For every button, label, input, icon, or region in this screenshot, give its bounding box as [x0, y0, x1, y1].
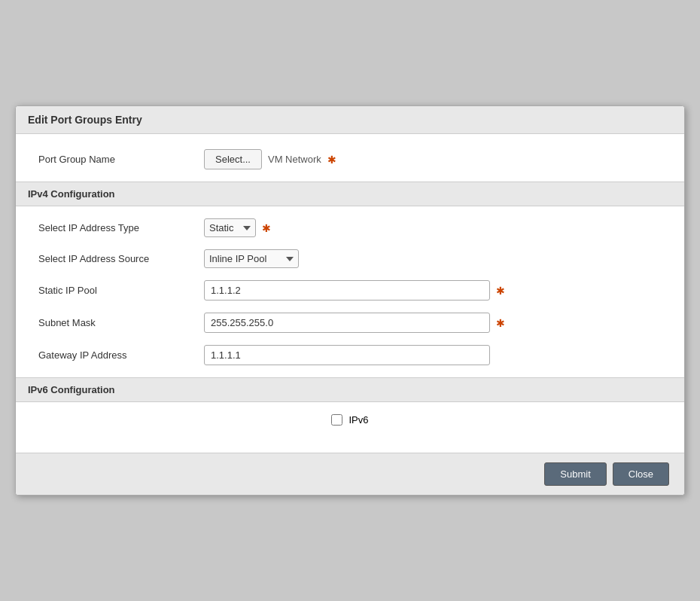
- ipv6-checkbox-label: IPv6: [348, 414, 368, 426]
- ipv4-section-header: IPv4 Configuration: [16, 182, 684, 206]
- port-group-name-row: Port Group Name Select... VM Network ✱: [38, 149, 662, 169]
- dialog-title: Edit Port Groups Entry: [16, 106, 684, 134]
- gateway-ip-label: Gateway IP Address: [38, 349, 204, 361]
- gateway-ip-row: Gateway IP Address: [38, 345, 662, 365]
- port-group-required-star: ✱: [327, 154, 336, 166]
- ip-address-type-label: Select IP Address Type: [38, 222, 204, 233]
- edit-port-groups-dialog: Edit Port Groups Entry Port Group Name S…: [15, 105, 685, 496]
- static-ip-pool-controls: ✱: [204, 280, 505, 300]
- ip-address-type-select[interactable]: Static DHCP: [204, 218, 256, 237]
- port-group-name-controls: Select... VM Network ✱: [204, 149, 336, 169]
- ipv6-checkbox-row: IPv6: [38, 414, 662, 426]
- ipv6-checkbox[interactable]: [331, 414, 342, 426]
- static-ip-required-star: ✱: [496, 285, 505, 297]
- static-ip-pool-label: Static IP Pool: [38, 285, 204, 296]
- dialog-body: Port Group Name Select... VM Network ✱ I…: [16, 134, 684, 453]
- subnet-mask-row: Subnet Mask ✱: [38, 313, 662, 333]
- static-ip-pool-input[interactable]: [204, 280, 490, 300]
- subnet-required-star: ✱: [496, 317, 505, 329]
- close-button[interactable]: Close: [613, 462, 669, 486]
- ip-address-source-label: Select IP Address Source: [38, 253, 204, 264]
- ip-address-source-row: Select IP Address Source Inline IP Pool …: [38, 249, 662, 268]
- port-group-name-label: Port Group Name: [38, 154, 204, 165]
- port-group-current-value: VM Network: [268, 154, 321, 165]
- submit-button[interactable]: Submit: [544, 462, 606, 486]
- subnet-mask-input[interactable]: [204, 313, 490, 333]
- ipv6-section-header: IPv6 Configuration: [16, 377, 684, 402]
- dialog-footer: Submit Close: [16, 453, 684, 495]
- select-port-group-button[interactable]: Select...: [204, 149, 262, 169]
- ip-type-required-star: ✱: [262, 222, 271, 234]
- static-ip-pool-row: Static IP Pool ✱: [38, 280, 662, 300]
- ip-address-source-controls: Inline IP Pool External IP Pool: [204, 249, 299, 268]
- gateway-ip-input[interactable]: [204, 345, 490, 365]
- gateway-ip-controls: [204, 345, 490, 365]
- subnet-mask-controls: ✱: [204, 313, 505, 333]
- ip-address-source-select[interactable]: Inline IP Pool External IP Pool: [204, 249, 299, 268]
- ip-address-type-row: Select IP Address Type Static DHCP ✱: [38, 218, 662, 237]
- subnet-mask-label: Subnet Mask: [38, 317, 204, 328]
- ip-address-type-controls: Static DHCP ✱: [204, 218, 271, 237]
